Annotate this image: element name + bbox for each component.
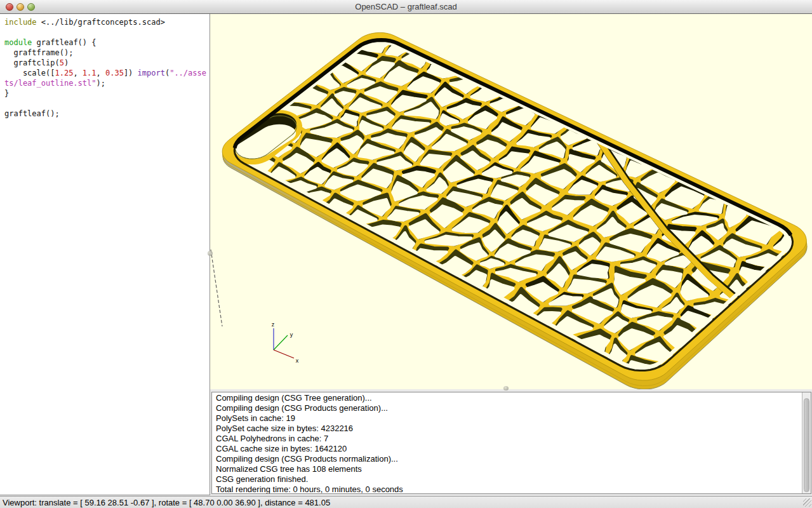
console-log[interactable]: Compiling design (CSG Tree generation)..… — [211, 392, 811, 494]
console-line: Total rendering time: 0 hours, 0 minutes… — [216, 485, 811, 494]
console-line: Compiling design (CSG Products generatio… — [216, 403, 811, 413]
console-scrollbar[interactable] — [802, 392, 811, 493]
code-line: graftleaf(); — [4, 109, 210, 119]
console-line: PolySet cache size in bytes: 4232216 — [216, 424, 811, 434]
console-line: Normalized CSG tree has 108 elements — [216, 464, 811, 474]
openscad-window: OpenSCAD – graftleaf.scad zyx include <.… — [0, 0, 812, 508]
code-line: ts/leaf_outline.stl"); — [4, 78, 210, 88]
console-line: CGAL cache size in bytes: 1642120 — [216, 444, 811, 454]
code-line: graftframe(); — [4, 48, 210, 58]
code-line: module graftleaf() { — [4, 37, 210, 48]
code-line: } — [4, 88, 210, 98]
code-line: graftclip(5) — [4, 58, 210, 68]
resize-grip[interactable] — [803, 498, 811, 507]
code-line — [4, 27, 210, 37]
viewport-status-text: Viewport: translate = [ 59.16 28.51 -0.6… — [3, 498, 330, 507]
console-line: Compiling design (CSG Tree generation)..… — [216, 393, 811, 403]
console-line: CSG generation finished. — [216, 474, 811, 485]
titlebar[interactable]: OpenSCAD – graftleaf.scad — [0, 0, 812, 14]
case-3d-render[interactable]: zyx — [210, 14, 812, 391]
z-axis-label: z — [272, 321, 275, 328]
x-axis-label: x — [296, 358, 299, 364]
console-line: PolySets in cache: 19 — [216, 413, 811, 424]
code-editor[interactable]: include <../lib/graftconcepts.scad> modu… — [0, 14, 210, 495]
code-line — [4, 98, 210, 109]
window-title: OpenSCAD – graftleaf.scad — [0, 2, 812, 11]
console-scrollbar-thumb[interactable] — [804, 398, 809, 492]
vertical-splitter-handle[interactable] — [208, 251, 213, 256]
horizontal-splitter-handle[interactable] — [503, 386, 509, 391]
code-line: scale([1.25, 1.1, 0.35]) import("../asse — [4, 68, 210, 78]
code-line: include <../lib/graftconcepts.scad> — [4, 17, 210, 27]
status-bar: Viewport: translate = [ 59.16 28.51 -0.6… — [0, 496, 812, 508]
console-line: CGAL Polyhedrons in cache: 7 — [216, 434, 811, 444]
console-line: Compiling design (CSG Products normaliza… — [216, 454, 811, 464]
y-axis-label: y — [290, 331, 293, 338]
